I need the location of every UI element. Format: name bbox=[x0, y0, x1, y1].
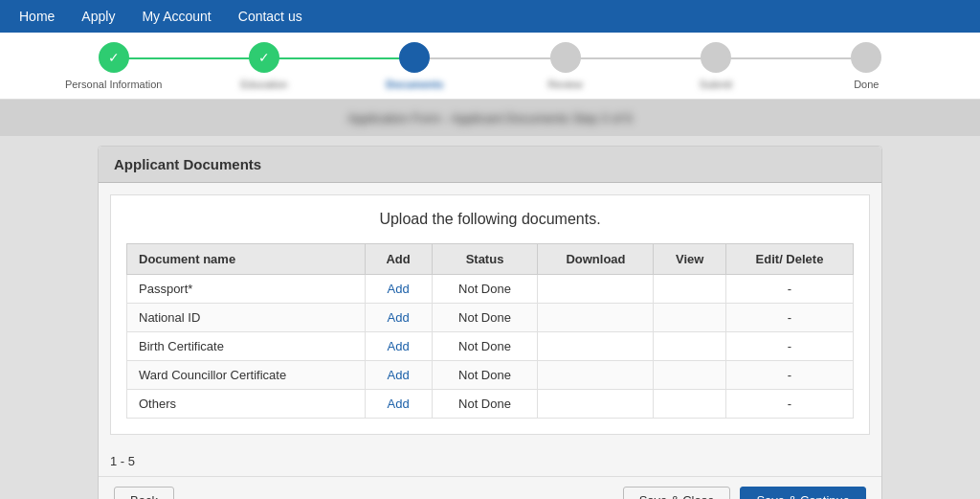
step-done: Done bbox=[791, 42, 942, 90]
add-link-4[interactable]: Add bbox=[388, 397, 410, 411]
add-cell: Add bbox=[365, 332, 432, 361]
card-body: Upload the following documents. Document… bbox=[110, 194, 870, 435]
status-cell: Not Done bbox=[432, 275, 538, 304]
step-1-label: Personal Information bbox=[65, 79, 163, 90]
documents-table: Document name Add Status Download View E… bbox=[126, 243, 854, 419]
doc-name-cell: Birth Certificate bbox=[127, 332, 366, 361]
edit-delete-cell: - bbox=[725, 304, 853, 332]
status-cell: Not Done bbox=[432, 304, 538, 332]
table-row: Ward Councillor CertificateAddNot Done- bbox=[127, 361, 854, 390]
col-status: Status bbox=[432, 244, 538, 275]
doc-name-cell: Ward Councillor Certificate bbox=[127, 361, 366, 390]
add-link-1[interactable]: Add bbox=[388, 310, 410, 325]
add-link-0[interactable]: Add bbox=[388, 282, 410, 296]
doc-name-cell: Others bbox=[127, 390, 366, 419]
col-add: Add bbox=[365, 244, 432, 275]
view-cell bbox=[654, 361, 726, 390]
card-footer: Back Save & Close Save & Continue bbox=[99, 476, 881, 499]
status-cell: Not Done bbox=[432, 361, 538, 390]
save-continue-button[interactable]: Save & Continue bbox=[740, 487, 866, 499]
step-6-circle bbox=[851, 42, 881, 73]
step-education: ✓ Education bbox=[189, 42, 339, 90]
step-1-circle: ✓ bbox=[99, 42, 129, 73]
col-edit-delete: Edit/ Delete bbox=[725, 244, 853, 275]
status-cell: Not Done bbox=[432, 332, 538, 361]
view-cell bbox=[654, 332, 726, 361]
step-2-circle: ✓ bbox=[249, 42, 279, 73]
col-download: Download bbox=[538, 244, 654, 275]
table-row: Birth CertificateAddNot Done- bbox=[127, 332, 854, 361]
add-cell: Add bbox=[365, 361, 432, 390]
col-document-name: Document name bbox=[127, 244, 366, 275]
pagination-text: 1 - 5 bbox=[110, 454, 135, 468]
download-cell bbox=[538, 332, 654, 361]
table-header-row: Document name Add Status Download View E… bbox=[127, 244, 854, 275]
download-cell bbox=[538, 390, 654, 419]
download-cell bbox=[538, 275, 654, 304]
step-personal-information: ✓ Personal Information bbox=[38, 42, 189, 90]
add-cell: Add bbox=[365, 390, 432, 419]
status-cell: Not Done bbox=[432, 390, 538, 419]
pagination: 1 - 5 bbox=[99, 446, 881, 476]
top-navigation: Home Apply My Account Contact us bbox=[0, 0, 980, 33]
card-header: Applicant Documents bbox=[99, 147, 881, 183]
download-cell bbox=[538, 361, 654, 390]
step-4-circle bbox=[550, 42, 581, 73]
nav-home[interactable]: Home bbox=[15, 3, 58, 30]
table-row: National IDAddNot Done- bbox=[127, 304, 854, 332]
doc-name-cell: Passport* bbox=[127, 275, 366, 304]
save-close-button[interactable]: Save & Close bbox=[623, 487, 731, 499]
footer-right-buttons: Save & Close Save & Continue bbox=[623, 487, 866, 499]
add-cell: Add bbox=[365, 275, 432, 304]
main-content: Applicant Documents Upload the following… bbox=[0, 136, 980, 499]
nav-my-account[interactable]: My Account bbox=[138, 3, 214, 30]
back-button[interactable]: Back bbox=[114, 487, 174, 499]
step-2-label: Education bbox=[241, 79, 288, 90]
step-3-circle bbox=[399, 42, 430, 73]
add-cell: Add bbox=[365, 304, 432, 332]
blurred-header-text: Application Form - Applicant Documents S… bbox=[347, 111, 633, 125]
view-cell bbox=[654, 275, 726, 304]
table-row: Passport*AddNot Done- bbox=[127, 275, 854, 304]
upload-title: Upload the following documents. bbox=[126, 211, 854, 228]
applicant-documents-card: Applicant Documents Upload the following… bbox=[98, 146, 882, 499]
edit-delete-cell: - bbox=[725, 332, 853, 361]
edit-delete-cell: - bbox=[725, 275, 853, 304]
col-view: View bbox=[654, 244, 726, 275]
step-5-label: Submit bbox=[700, 79, 732, 90]
blurred-header-section: Application Form - Applicant Documents S… bbox=[0, 100, 980, 136]
nav-apply[interactable]: Apply bbox=[78, 3, 119, 30]
add-link-3[interactable]: Add bbox=[388, 368, 410, 382]
table-row: OthersAddNot Done- bbox=[127, 390, 854, 419]
step-review: Review bbox=[490, 42, 640, 90]
card-title: Applicant Documents bbox=[114, 156, 261, 172]
progress-bar: ✓ Personal Information ✓ Education Docum… bbox=[0, 33, 980, 100]
view-cell bbox=[654, 304, 726, 332]
edit-delete-cell: - bbox=[725, 390, 853, 419]
view-cell bbox=[654, 390, 726, 419]
edit-delete-cell: - bbox=[725, 361, 853, 390]
step-3-label: Documents bbox=[386, 79, 443, 90]
step-4-label: Review bbox=[548, 79, 583, 90]
step-5-circle bbox=[701, 42, 731, 73]
add-link-2[interactable]: Add bbox=[388, 339, 410, 353]
step-submit: Submit bbox=[640, 42, 791, 90]
download-cell bbox=[538, 304, 654, 332]
step-documents: Documents bbox=[340, 42, 490, 90]
doc-name-cell: National ID bbox=[127, 304, 366, 332]
step-6-label: Done bbox=[854, 79, 879, 90]
nav-contact-us[interactable]: Contact us bbox=[234, 3, 306, 30]
